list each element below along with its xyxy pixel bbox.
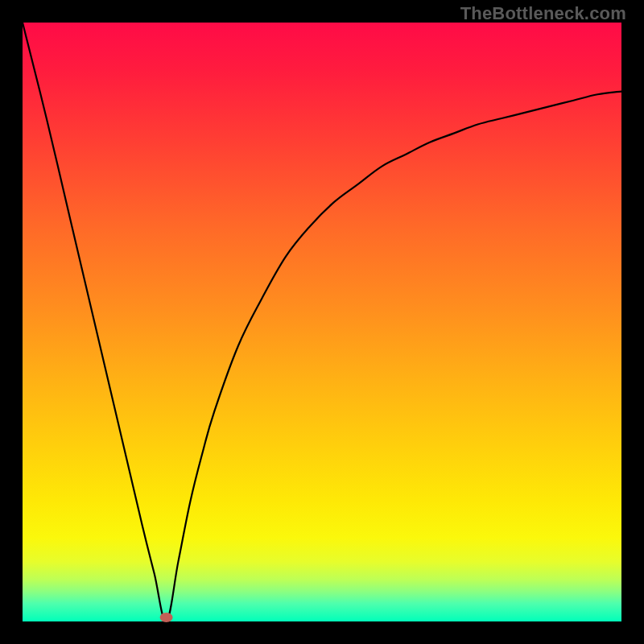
plot-area — [23, 23, 621, 621]
bottleneck-curve — [23, 23, 621, 621]
bottleneck-curve-svg — [23, 23, 621, 621]
curve-min-point — [160, 613, 173, 622]
watermark-text: TheBottleneck.com — [460, 3, 626, 24]
chart-frame: TheBottleneck.com — [0, 0, 644, 644]
